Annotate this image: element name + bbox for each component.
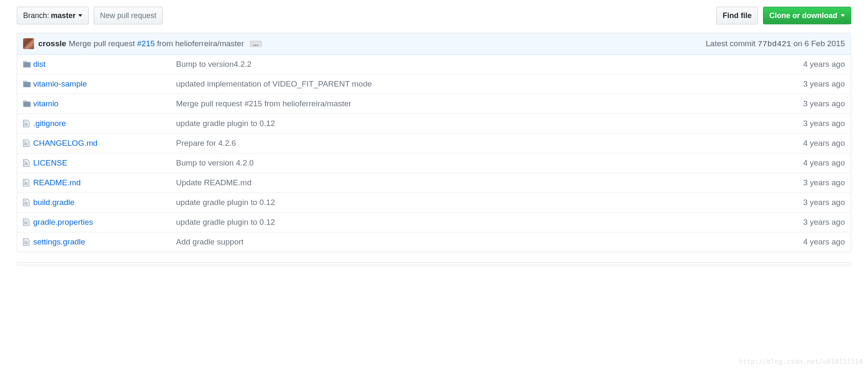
table-row: README.mdUpdate README.md3 years ago	[17, 173, 851, 192]
file-icon	[23, 119, 33, 128]
file-link[interactable]: LICENSE	[33, 158, 67, 167]
table-row: vitamio-sampleupdated implementation of …	[17, 74, 851, 94]
file-name-cell: settings.gradle	[33, 237, 176, 247]
latest-commit-bar: crossle Merge pull request #215 from hel…	[17, 33, 851, 55]
commit-message-cell[interactable]: Merge pull request #215 from helioferrei…	[176, 99, 803, 108]
new-pull-request-button[interactable]: New pull request	[94, 7, 163, 24]
folder-icon	[23, 60, 33, 68]
file-link[interactable]: gradle.properties	[33, 218, 93, 226]
table-row: .gitignoreupdate gradle plugin to 0.123 …	[17, 113, 851, 133]
file-name-cell: README.md	[33, 178, 176, 187]
commit-message-cell[interactable]: Update README.md	[176, 178, 803, 187]
commit-message-cell[interactable]: Bump to version 4.2.0	[176, 158, 803, 168]
file-link[interactable]: build.gradle	[33, 198, 74, 207]
commit-message-cell[interactable]: updated implementation of VIDEO_FIT_PARE…	[176, 79, 803, 89]
commit-title[interactable]: Merge pull request #215 from helioferrei…	[69, 39, 244, 48]
commit-meta: Latest commit 77bd421 on 6 Feb 2015	[706, 39, 845, 49]
file-age-cell: 4 years ago	[803, 158, 845, 168]
repo-toolbar: Branch: master New pull request Find fil…	[17, 7, 851, 24]
caret-down-icon	[841, 14, 845, 17]
file-link[interactable]: .gitignore	[33, 119, 66, 128]
file-list: distBump to version4.2.24 years agovitam…	[17, 55, 851, 252]
file-name-cell: vitamio-sample	[33, 79, 176, 89]
file-link[interactable]: dist	[33, 60, 46, 68]
table-row: settings.gradleAdd gradle support4 years…	[17, 232, 851, 252]
latest-commit-label: Latest commit	[706, 39, 758, 48]
table-row: CHANGELOG.mdPrepare for 4.2.64 years ago	[17, 133, 851, 153]
clone-download-button[interactable]: Clone or download	[763, 7, 851, 24]
folder-icon	[23, 80, 33, 88]
expand-commit-button[interactable]: …	[250, 41, 262, 47]
file-icon	[23, 159, 33, 167]
table-row: build.gradleupdate gradle plugin to 0.12…	[17, 192, 851, 212]
pr-link[interactable]: #215	[137, 39, 155, 48]
file-name-cell: .gitignore	[33, 119, 176, 128]
folder-icon	[23, 100, 33, 108]
branch-name: master	[51, 11, 76, 21]
file-age-cell: 3 years ago	[803, 119, 845, 128]
file-link[interactable]: vitamio	[33, 99, 58, 108]
file-link[interactable]: settings.gradle	[33, 237, 85, 246]
file-icon	[23, 179, 33, 187]
commit-message-cell[interactable]: update gradle plugin to 0.12	[176, 218, 803, 227]
file-name-cell: build.gradle	[33, 198, 176, 207]
file-name-cell: gradle.properties	[33, 218, 176, 227]
file-age-cell: 3 years ago	[803, 79, 845, 89]
file-link[interactable]: CHANGELOG.md	[33, 139, 97, 147]
commit-message-cell[interactable]: update gradle plugin to 0.12	[176, 198, 803, 207]
file-name-cell: LICENSE	[33, 158, 176, 168]
table-row: LICENSEBump to version 4.2.04 years ago	[17, 153, 851, 173]
commit-message-cell[interactable]: Bump to version4.2.2	[176, 60, 803, 69]
table-row: distBump to version4.2.24 years ago	[17, 55, 851, 74]
file-link[interactable]: vitamio-sample	[33, 79, 87, 88]
branch-prefix: Branch:	[23, 11, 49, 21]
commit-date: on 6 Feb 2015	[791, 39, 845, 48]
commit-message-cell[interactable]: Prepare for 4.2.6	[176, 139, 803, 148]
file-age-cell: 4 years ago	[803, 237, 845, 247]
file-link[interactable]: README.md	[33, 178, 81, 187]
file-age-cell: 4 years ago	[803, 60, 845, 69]
file-age-cell: 3 years ago	[803, 99, 845, 108]
avatar[interactable]	[23, 38, 34, 49]
file-icon	[23, 218, 33, 226]
commit-message-cell[interactable]: update gradle plugin to 0.12	[176, 119, 803, 128]
file-age-cell: 3 years ago	[803, 198, 845, 207]
table-row: gradle.propertiesupdate gradle plugin to…	[17, 212, 851, 232]
file-age-cell: 3 years ago	[803, 218, 845, 227]
commit-sha[interactable]: 77bd421	[758, 39, 791, 49]
caret-down-icon	[78, 14, 82, 17]
find-file-button[interactable]: Find file	[716, 7, 758, 24]
readme-box-top	[17, 262, 851, 265]
commit-message-cell[interactable]: Add gradle support	[176, 237, 803, 247]
branch-select-button[interactable]: Branch: master	[17, 7, 89, 24]
file-age-cell: 4 years ago	[803, 139, 845, 148]
file-icon	[23, 198, 33, 207]
file-name-cell: vitamio	[33, 99, 176, 108]
table-row: vitamioMerge pull request #215 from heli…	[17, 94, 851, 113]
file-list-container: crossle Merge pull request #215 from hel…	[17, 33, 851, 252]
file-name-cell: CHANGELOG.md	[33, 139, 176, 148]
file-age-cell: 3 years ago	[803, 178, 845, 187]
commit-author[interactable]: crossle	[38, 39, 66, 48]
file-name-cell: dist	[33, 60, 176, 69]
clone-label: Clone or download	[769, 11, 837, 21]
file-icon	[23, 238, 33, 246]
file-icon	[23, 139, 33, 147]
